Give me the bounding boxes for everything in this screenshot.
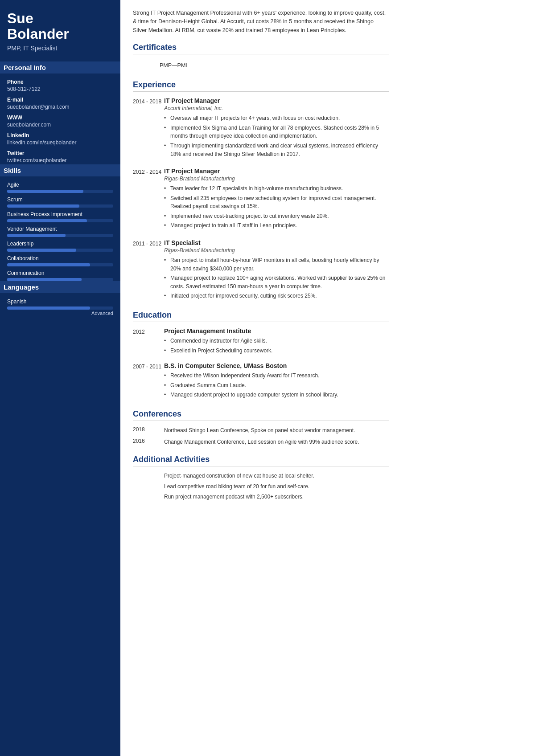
- main-content: Strong IT Project Management Professiona…: [120, 0, 401, 756]
- skill-name: Leadership: [7, 241, 113, 247]
- conf-year: 2016: [133, 438, 164, 446]
- skill-bar-fill: [7, 219, 87, 222]
- exp-detail: IT Specialist Rigas-Bratland Manufacturi…: [164, 239, 389, 302]
- certificates-list: PMP—PMI: [133, 60, 389, 71]
- experience-bullet: Oversaw all major IT projects for 4+ yea…: [164, 114, 389, 123]
- skill-bar-bg: [7, 278, 113, 281]
- education-heading: Education: [133, 311, 389, 322]
- certificates-section: Certificates PMP—PMI: [133, 43, 389, 71]
- skill-bar-fill: [7, 190, 83, 193]
- exp-company: Rigas-Bratland Manufacturing: [164, 176, 389, 182]
- skills-list: Agile Scrum Business Process Improvement…: [7, 182, 113, 281]
- education-section: Education 2012 Project Management Instit…: [133, 311, 389, 400]
- exp-company: Rigas-Bratland Manufacturing: [164, 247, 389, 253]
- edu-institution: Project Management Institute: [164, 327, 389, 335]
- skill-bar-bg: [7, 263, 113, 266]
- skill-bar-bg: [7, 234, 113, 237]
- skill-item: Collaboration: [7, 255, 113, 266]
- exp-company: Accurit International, Inc.: [164, 105, 389, 111]
- experience-bullet: Initiated project for improved security,…: [164, 292, 389, 300]
- edu-detail: Project Management Institute Commended b…: [164, 327, 389, 356]
- personal-info-heading: Personal Info: [0, 61, 120, 74]
- skill-item: Business Process Improvement: [7, 211, 113, 222]
- skill-bar-fill: [7, 278, 82, 281]
- exp-dates: 2011 - 2012: [133, 239, 164, 302]
- summary-text: Strong IT Project Management Professiona…: [133, 9, 389, 35]
- edu-institution: B.S. in Computer Science, UMass Boston: [164, 362, 389, 369]
- skill-item: Scrum: [7, 196, 113, 208]
- contact-value: linkedin.com/in/sueqbolander: [7, 139, 113, 146]
- skill-item: Leadership: [7, 241, 113, 252]
- contact-label: LinkedIn: [7, 132, 113, 139]
- activities-heading: Additional Activities: [133, 455, 389, 466]
- skill-bar-bg: [7, 219, 113, 222]
- experience-bullet: Managed project to replace 100+ aging wo…: [164, 274, 389, 290]
- experience-bullet: Managed project to train all IT staff in…: [164, 221, 389, 230]
- skill-name: Communication: [7, 270, 113, 276]
- skill-bar-fill: [7, 249, 76, 252]
- exp-dates: 2012 - 2014: [133, 168, 164, 231]
- conferences-section: Conferences 2018 Northeast Shingo Lean C…: [133, 409, 389, 446]
- skill-item: Communication: [7, 270, 113, 281]
- contact-value: 508-312-7122: [7, 86, 113, 92]
- experience-bullet: Switched all 235 employees to new schedu…: [164, 194, 389, 211]
- certificate-item: PMP—PMI: [133, 60, 389, 71]
- language-item: Spanish Advanced: [7, 298, 113, 316]
- edu-bullets: Received the Wilson Independent Study Aw…: [164, 372, 389, 399]
- language-bar-fill: [7, 306, 90, 310]
- skill-bar-fill: [7, 204, 79, 208]
- certificates-heading: Certificates: [133, 43, 389, 54]
- edu-date: 2012: [133, 327, 164, 356]
- contact-label: Phone: [7, 79, 113, 85]
- skill-item: Agile: [7, 182, 113, 193]
- conference-item: 2018 Northeast Shingo Lean Conference, S…: [133, 426, 389, 434]
- education-item: 2007 - 2011 B.S. in Computer Science, UM…: [133, 362, 389, 400]
- exp-detail: IT Project Manager Accurit International…: [164, 97, 389, 159]
- conf-year: 2018: [133, 426, 164, 434]
- exp-dates: 2014 - 2018: [133, 97, 164, 159]
- skill-name: Agile: [7, 182, 113, 188]
- edu-bullet: Managed student project to upgrade compu…: [164, 391, 389, 399]
- edu-detail: B.S. in Computer Science, UMass Boston R…: [164, 362, 389, 400]
- experience-list: 2014 - 2018 IT Project Manager Accurit I…: [133, 97, 389, 302]
- contact-item: Twittertwitter.com/sueqbolander: [7, 150, 113, 163]
- skill-bar-bg: [7, 190, 113, 193]
- contact-item: E-mailsueqbolander@gmail.com: [7, 97, 113, 110]
- education-item: 2012 Project Management Institute Commen…: [133, 327, 389, 356]
- activities-section: Additional Activities Project-managed co…: [133, 455, 389, 501]
- contact-item: Phone508-312-7122: [7, 79, 113, 92]
- activities-list: Project-managed construction of new cat …: [133, 472, 389, 501]
- contact-label: WWW: [7, 114, 113, 121]
- exp-bullets: Oversaw all major IT projects for 4+ yea…: [164, 114, 389, 158]
- skill-item: Vendor Management: [7, 226, 113, 237]
- last-name: Bolander: [7, 26, 69, 42]
- experience-bullet: Team leader for 12 IT specialists in hig…: [164, 184, 389, 193]
- conferences-list: 2018 Northeast Shingo Lean Conference, S…: [133, 426, 389, 446]
- skill-bar-bg: [7, 249, 113, 252]
- candidate-title: PMP, IT Specialist: [7, 45, 113, 52]
- experience-bullet: Ran project to install hour-by-hour WIP …: [164, 256, 389, 273]
- skill-bar-fill: [7, 234, 66, 237]
- exp-bullets: Team leader for 12 IT specialists in hig…: [164, 184, 389, 230]
- exp-title: IT Specialist: [164, 239, 389, 246]
- experience-bullet: Implemented new cost-tracking project to…: [164, 212, 389, 221]
- education-list: 2012 Project Management Institute Commen…: [133, 327, 389, 400]
- contact-label: Twitter: [7, 150, 113, 156]
- conf-text: Change Management Conference, Led sessio…: [164, 438, 389, 446]
- conf-text: Northeast Shingo Lean Conference, Spoke …: [164, 426, 389, 434]
- exp-title: IT Project Manager: [164, 97, 389, 104]
- activity-item: Run project management podcast with 2,50…: [164, 493, 389, 501]
- contact-value: sueqbolander.com: [7, 122, 113, 128]
- experience-item: 2014 - 2018 IT Project Manager Accurit I…: [133, 97, 389, 159]
- conferences-heading: Conferences: [133, 409, 389, 421]
- experience-heading: Experience: [133, 80, 389, 92]
- activity-item: Project-managed construction of new cat …: [164, 472, 389, 480]
- language-bar-bg: [7, 306, 113, 310]
- skill-name: Scrum: [7, 196, 113, 203]
- activity-item: Lead competitive road biking team of 20 …: [164, 482, 389, 491]
- candidate-name: Sue Bolander: [7, 11, 113, 42]
- conference-item: 2016 Change Management Conference, Led s…: [133, 438, 389, 446]
- edu-bullet: Graduated Summa Cum Laude.: [164, 381, 389, 390]
- skill-name: Business Process Improvement: [7, 211, 113, 217]
- contact-value: sueqbolander@gmail.com: [7, 104, 113, 110]
